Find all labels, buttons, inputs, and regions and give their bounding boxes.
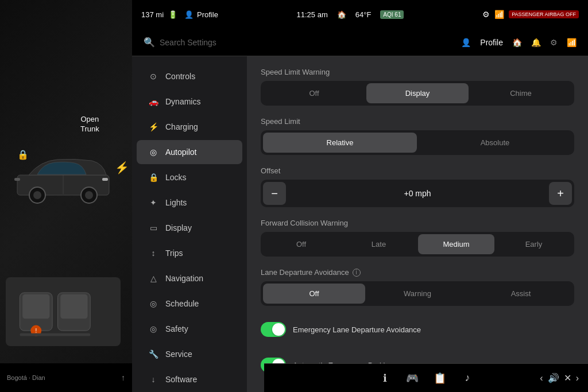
lda-warning[interactable]: Warning (366, 284, 469, 304)
charging-lightning-icon: ⚡ (115, 161, 129, 174)
offset-decrement-button[interactable]: − (263, 182, 286, 205)
safety-icon: ◎ (148, 324, 158, 334)
speed-limit-absolute[interactable]: Absolute (418, 133, 572, 153)
speed-limit-relative[interactable]: Relative (263, 133, 417, 153)
forward-collision-section: Forward Collision Warning Off Late Mediu… (261, 219, 574, 257)
offset-label: Offset (261, 166, 574, 175)
sidebar-item-schedule[interactable]: ◎ Schedule (137, 292, 242, 316)
sidebar-label-display: Display (165, 223, 192, 232)
sidebar-label-dynamics: Dynamics (165, 97, 200, 106)
sidebar-item-service[interactable]: 🔧 Service (137, 342, 242, 366)
lights-icon: ✦ (148, 197, 158, 208)
sidebar-item-controls[interactable]: ⊙ Controls (137, 64, 242, 88)
sidebar-label-service: Service (165, 350, 192, 359)
sidebar-item-autopilot[interactable]: ◎ Autopilot (137, 140, 242, 164)
emergency-lane-departure-section: Emergency Lane Departure Avoidance (261, 317, 574, 341)
volume-control-area: ‹ 🔊 ✕ › (540, 372, 579, 383)
car-lock-icon[interactable]: 🔒 (17, 149, 29, 160)
lane-departure-info-icon[interactable]: i (353, 269, 361, 277)
chevron-left-icon[interactable]: ‹ (540, 373, 543, 383)
settings-content: Speed Limit Warning Off Display Chime Sp… (247, 56, 588, 392)
chevron-right-icon[interactable]: › (576, 373, 579, 383)
fcw-medium[interactable]: Medium (418, 234, 494, 254)
sidebar-label-charging: Charging (165, 122, 198, 131)
header-profile-label[interactable]: Profile (480, 38, 503, 47)
status-right: ⚙ 📶 PASSENGER AIRBAG OFF (482, 10, 579, 19)
lda-assist[interactable]: Assist (470, 284, 572, 304)
car-bottom-bar: Bogotá · Dian ↑ (0, 363, 132, 392)
status-bar: 137 mi 🔋 👤 Profile 11:25 am 🏠 64°F AQI 6… (132, 0, 588, 29)
taskbar: ℹ 🎮 📋 ♪ ‹ 🔊 ✕ › (264, 363, 588, 392)
speed-limit-warning-chime[interactable]: Chime (470, 83, 572, 103)
search-right-icons: 👤 Profile 🏠 🔔 ⚙ 📶 (461, 38, 577, 47)
sidebar-item-display[interactable]: ▭ Display (137, 216, 242, 240)
open-trunk-label[interactable]: Open Trunk (80, 115, 99, 134)
schedule-icon: ◎ (148, 298, 158, 309)
mileage-display: 137 mi (141, 10, 164, 19)
sidebar: ⊙ Controls 🚗 Dynamics ⚡ Charging ◎ Autop… (132, 56, 247, 392)
fcw-off[interactable]: Off (263, 234, 339, 254)
speed-limit-label: Speed Limit (261, 117, 574, 126)
forward-collision-group: Off Late Medium Early (261, 232, 574, 257)
home-icon: 🏠 (337, 10, 346, 19)
lane-departure-group: Off Warning Assist (261, 281, 574, 306)
sidebar-item-lights[interactable]: ✦ Lights (137, 191, 242, 215)
taskbar-game-icon[interactable]: 🎮 (401, 367, 424, 390)
svg-rect-14 (20, 333, 90, 336)
taskbar-music-icon[interactable]: ♪ (456, 367, 479, 390)
speed-limit-warning-off[interactable]: Off (263, 83, 365, 103)
clock-display: 11:25 am (297, 10, 328, 19)
car-background: Open Trunk 🔒 ⚡ (0, 0, 132, 392)
charging-icon: ⚡ (148, 122, 158, 132)
status-profile-label: Profile (197, 10, 218, 19)
software-icon: ↓ (148, 374, 158, 385)
fcw-early[interactable]: Early (496, 234, 572, 254)
locks-icon: 🔒 (148, 172, 158, 183)
bluetooth-header-icon[interactable]: ⚙ (550, 38, 558, 47)
bell-icon[interactable]: 🔔 (531, 38, 541, 47)
offset-control: − +0 mph + (261, 180, 574, 207)
speed-limit-warning-group: Off Display Chime (261, 81, 574, 106)
taskbar-info-icon[interactable]: ℹ (373, 367, 396, 390)
taskbar-clipboard-icon[interactable]: 📋 (428, 367, 451, 390)
speed-limit-warning-display[interactable]: Display (366, 83, 469, 103)
emergency-lane-departure-label: Emergency Lane Departure Avoidance (293, 325, 421, 334)
offset-section: Offset − +0 mph + (261, 166, 574, 207)
search-input-area[interactable]: 🔍 Search Settings (144, 37, 457, 48)
home-header-icon[interactable]: 🏠 (512, 38, 522, 47)
sidebar-label-lights: Lights (165, 198, 187, 207)
speed-limit-group: Relative Absolute (261, 130, 574, 155)
sidebar-item-charging[interactable]: ⚡ Charging (137, 115, 242, 139)
emergency-lane-departure-toggle[interactable] (261, 322, 286, 337)
emergency-lane-departure-row: Emergency Lane Departure Avoidance (261, 317, 574, 341)
speed-limit-warning-section: Speed Limit Warning Off Display Chime (261, 68, 574, 106)
sidebar-label-locks: Locks (165, 173, 187, 182)
sidebar-label-schedule: Schedule (165, 299, 199, 308)
sidebar-label-trips: Trips (165, 249, 183, 258)
sidebar-item-dynamics[interactable]: 🚗 Dynamics (137, 90, 242, 114)
network-icon[interactable]: 📶 (567, 38, 577, 47)
sidebar-item-safety[interactable]: ◎ Safety (137, 317, 242, 341)
svg-point-2 (33, 191, 41, 199)
mute-icon[interactable]: ✕ (564, 372, 571, 383)
autopilot-icon: ◎ (148, 147, 158, 157)
sidebar-item-trips[interactable]: ↕ Trips (137, 241, 242, 265)
sidebar-item-locks[interactable]: 🔒 Locks (137, 165, 242, 189)
svg-rect-6 (14, 178, 20, 181)
sidebar-label-software: Software (165, 375, 197, 384)
volume-icon[interactable]: 🔊 (548, 372, 559, 383)
status-profile: 👤 Profile (184, 10, 218, 19)
car-nav-up-icon[interactable]: ↑ (121, 373, 125, 382)
offset-value-display: +0 mph (286, 189, 549, 198)
svg-point-4 (85, 191, 93, 199)
fcw-late[interactable]: Late (341, 234, 417, 254)
sidebar-item-navigation[interactable]: △ Navigation (137, 266, 242, 290)
seat-view: ! (6, 277, 121, 346)
offset-increment-button[interactable]: + (549, 182, 572, 205)
lane-departure-label: Lane Departure Avoidance i (261, 268, 574, 277)
lda-off[interactable]: Off (263, 284, 365, 304)
svg-rect-5 (102, 178, 108, 181)
sidebar-item-software[interactable]: ↓ Software (137, 367, 242, 391)
svg-rect-11 (60, 294, 87, 319)
trips-icon: ↕ (148, 248, 158, 258)
